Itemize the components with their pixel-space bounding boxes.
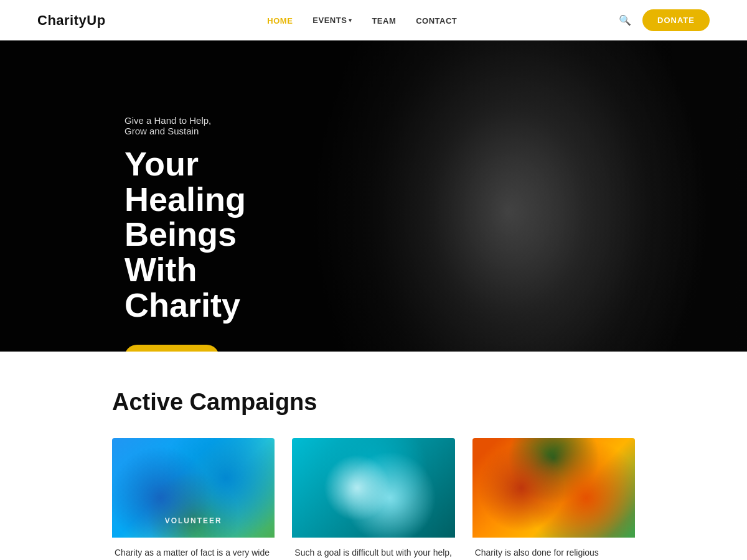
nav-right: 🔍 DONATE [619,9,710,31]
hero-title: Your Healing Beings With Charity [125,146,224,322]
navbar: CharityUp HOME EVENTS ▾ TEAM CONTACT 🔍 D… [0,0,747,40]
chevron-down-icon: ▾ [349,17,352,24]
campaign-card-2[interactable]: Such a goal is difficult but with your h… [292,438,454,560]
campaign-image-2 [292,438,454,538]
campaign-card-1[interactable]: Charity as a matter of fact is a very wi… [112,438,275,560]
campaign-text-1: Charity as a matter of fact is a very wi… [112,538,275,560]
campaign-desc-3: Charity is also done for religious purpo… [475,546,632,560]
donate-button[interactable]: DONATE [642,9,710,31]
nav-item-team[interactable]: TEAM [372,15,396,26]
nav-link-contact[interactable]: CONTACT [416,16,457,26]
hero-section: Give a Hand to Help, Grow and Sustain Yo… [0,40,747,352]
hero-subtitle: Give a Hand to Help, Grow and Sustain [125,115,224,136]
campaigns-grid: Charity as a matter of fact is a very wi… [112,438,635,560]
nav-link-team[interactable]: TEAM [372,16,396,26]
nav-link-events[interactable]: EVENTS [312,16,347,25]
campaign-text-3: Charity is also done for religious purpo… [472,538,635,560]
campaign-desc-2: Such a goal is difficult but with your h… [294,546,452,560]
nav-link-home[interactable]: HOME [267,16,293,26]
campaign-desc-1: Charity as a matter of fact is a very wi… [115,546,272,560]
campaign-card-3[interactable]: Charity is also done for religious purpo… [472,438,635,560]
hero-content: Give a Hand to Help, Grow and Sustain Yo… [0,40,349,352]
nav-item-contact[interactable]: CONTACT [416,15,457,26]
campaigns-title: Active Campaigns [112,389,635,416]
campaign-text-2: Such a goal is difficult but with your h… [292,538,454,560]
campaigns-section: Active Campaigns Charity as a matter of … [0,352,747,560]
campaign-image-1 [112,438,275,538]
nav-item-home[interactable]: HOME [267,15,293,26]
nav-item-events[interactable]: EVENTS ▾ [312,16,352,25]
learn-more-button[interactable]: LEARN MORE [125,345,219,352]
search-icon[interactable]: 🔍 [619,14,631,26]
brand-logo[interactable]: CharityUp [37,12,106,29]
campaign-image-3 [472,438,635,538]
nav-menu: HOME EVENTS ▾ TEAM CONTACT [267,15,457,26]
